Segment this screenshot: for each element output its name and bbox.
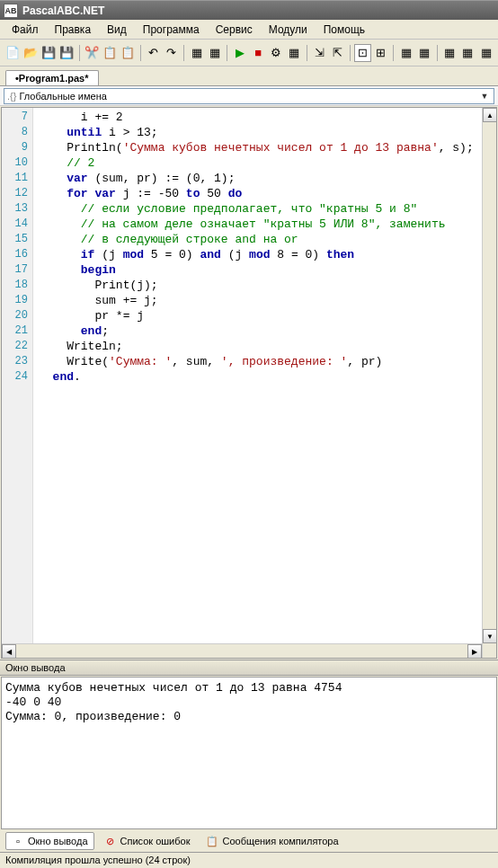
paste-icon[interactable]: 📋	[120, 44, 137, 62]
bottom-tabs: ▫ Окно вывода ⊘ Список ошибок 📋 Сообщени…	[0, 830, 498, 852]
line-number: 15	[2, 232, 32, 247]
line-gutter: 7 8 9 10 11 12 13 14 15 16 17 18 19 20 2…	[2, 108, 33, 658]
tab-label: Окно вывода	[28, 836, 88, 846]
separator	[307, 45, 307, 61]
copy-icon[interactable]: 📋	[102, 44, 119, 62]
redo-icon[interactable]: ↷	[163, 44, 180, 62]
tab-program1[interactable]: •Program1.pas*	[5, 70, 99, 85]
open-file-icon[interactable]: 📂	[22, 44, 39, 62]
scroll-down-icon[interactable]: ▼	[483, 629, 497, 643]
toolbar-icon[interactable]: ▦	[286, 44, 303, 62]
namespace-label: Глобальные имена	[19, 91, 478, 102]
toolbar: 📄 📂 💾 💾 ✂️ 📋 📋 ↶ ↷ ▦ ▦ ▶ ■ ⚙ ▦ ⇲ ⇱ ⊡ ⊞ ▦…	[0, 40, 498, 66]
toolbar-icon[interactable]: ▦	[206, 44, 223, 62]
scroll-right-icon[interactable]: ▶	[467, 644, 482, 659]
line-number: 17	[2, 262, 32, 278]
scroll-left-icon[interactable]: ◀	[2, 644, 16, 659]
error-icon: ⊘	[104, 835, 117, 847]
tab-compiler-messages[interactable]: 📋 Сообщения компилятора	[200, 832, 344, 850]
menu-view[interactable]: Вид	[99, 22, 135, 38]
namespace-select[interactable]: .{} Глобальные имена ▼	[4, 88, 494, 104]
titlebar: AB PascalABC.NET	[0, 0, 498, 20]
separator	[227, 45, 227, 61]
toolbar-icon[interactable]: ▦	[477, 44, 494, 62]
toolbar-icon[interactable]: ▦	[188, 44, 205, 62]
line-number: 21	[2, 323, 32, 339]
line-number: 9	[2, 140, 32, 155]
line-number: 24	[2, 369, 32, 385]
run-icon[interactable]: ▶	[231, 44, 248, 62]
separator	[350, 45, 351, 61]
menu-program[interactable]: Программа	[135, 22, 208, 38]
separator	[140, 45, 141, 61]
separator	[437, 45, 438, 61]
editor-tabs: •Program1.pas*	[0, 66, 498, 86]
editor: 7 8 9 10 11 12 13 14 15 16 17 18 19 20 2…	[1, 107, 497, 659]
app-icon: AB	[4, 4, 18, 18]
separator	[79, 45, 80, 61]
line-number: 22	[2, 339, 32, 354]
toolbar-icon[interactable]: ▦	[441, 44, 458, 62]
menubar: Файл Правка Вид Программа Сервис Модули …	[0, 20, 498, 40]
toolbar-icon[interactable]: ▦	[459, 44, 476, 62]
line-number: 16	[2, 247, 32, 262]
new-file-icon[interactable]: 📄	[4, 44, 21, 62]
separator	[183, 45, 184, 61]
line-number: 23	[2, 354, 32, 369]
output-header: Окно вывода	[0, 660, 498, 676]
output-line: Сумма кубов нечетных чисел от 1 до 13 ра…	[5, 681, 342, 695]
namespace-icon: .{}	[7, 91, 16, 102]
separator	[393, 45, 394, 61]
stop-icon[interactable]: ■	[250, 44, 267, 62]
tab-label: Список ошибок	[120, 836, 191, 846]
statusbar: Компиляция прошла успешно (24 строк)	[0, 852, 498, 868]
menu-service[interactable]: Сервис	[208, 22, 261, 38]
menu-file[interactable]: Файл	[4, 22, 47, 38]
chevron-down-icon[interactable]: ▼	[478, 92, 491, 101]
step-over-icon[interactable]: ⇱	[329, 44, 346, 62]
line-number: 10	[2, 155, 32, 171]
save-icon[interactable]: 💾	[40, 44, 57, 62]
scrollbar-vertical[interactable]: ▲ ▼	[482, 108, 496, 658]
line-number: 14	[2, 217, 32, 232]
tab-output-window[interactable]: ▫ Окно вывода	[5, 832, 94, 850]
undo-icon[interactable]: ↶	[145, 44, 162, 62]
line-number: 8	[2, 125, 32, 140]
panel-icon[interactable]: ⊞	[372, 44, 389, 62]
line-number: 18	[2, 278, 32, 293]
messages-icon: 📋	[206, 835, 218, 847]
line-number: 19	[2, 293, 32, 308]
tab-label: Сообщения компилятора	[222, 836, 338, 846]
window-title: PascalABC.NET	[22, 4, 104, 17]
cut-icon[interactable]: ✂️	[84, 44, 101, 62]
panel-icon[interactable]: ⊡	[354, 44, 371, 62]
compile-icon[interactable]: ⚙	[268, 44, 285, 62]
output-line: Сумма: 0, произведение: 0	[5, 710, 181, 723]
line-number: 7	[2, 110, 32, 125]
scrollbar-horizontal[interactable]: ◀ ▶	[2, 643, 482, 658]
namespace-row: .{} Глобальные имена ▼	[0, 86, 498, 106]
menu-help[interactable]: Помощь	[316, 22, 373, 38]
line-number: 13	[2, 201, 32, 217]
toolbar-icon[interactable]: ▦	[397, 44, 414, 62]
scroll-up-icon[interactable]: ▲	[483, 108, 497, 122]
save-all-icon[interactable]: 💾	[58, 44, 75, 62]
line-number: 20	[2, 308, 32, 323]
line-number: 11	[2, 171, 32, 186]
toolbar-icon[interactable]: ▦	[416, 44, 433, 62]
tab-error-list[interactable]: ⊘ Список ошибок	[98, 832, 197, 850]
menu-modules[interactable]: Модули	[261, 22, 316, 38]
line-number: 12	[2, 186, 32, 201]
output-line: -40 0 40	[5, 695, 68, 709]
code-area[interactable]: i += 2 until i > 13; Println('Сумма кубо…	[33, 108, 496, 658]
menu-edit[interactable]: Правка	[47, 22, 100, 38]
step-into-icon[interactable]: ⇲	[311, 44, 328, 62]
output-icon: ▫	[12, 835, 24, 847]
output-panel[interactable]: Сумма кубов нечетных чисел от 1 до 13 ра…	[1, 677, 497, 829]
